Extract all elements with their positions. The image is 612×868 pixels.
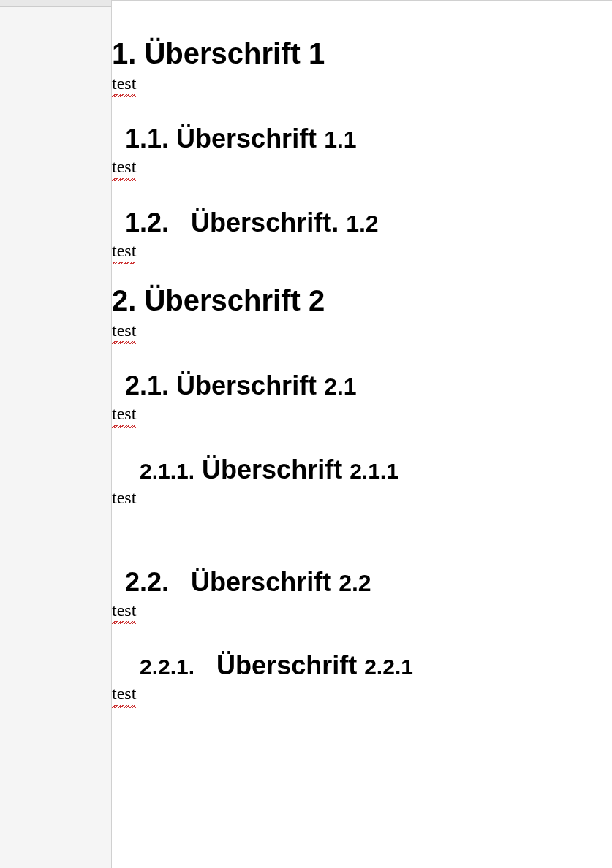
heading-title: Überschrift xyxy=(191,567,331,597)
heading-number: 1.2. xyxy=(125,208,169,237)
heading-2[interactable]: 2. Überschrift 2 xyxy=(112,270,612,318)
heading-number: 2. xyxy=(112,284,136,316)
spellcheck-word: test xyxy=(112,319,136,342)
paragraph[interactable]: test xyxy=(112,599,612,622)
paragraph[interactable]: test xyxy=(112,72,612,95)
document-content: 1. Überschrift 1 test 1.1. Überschrift 1… xyxy=(112,23,612,706)
heading-suffix: 2.1.1 xyxy=(350,459,398,483)
heading-2-2-1[interactable]: 2.2.1. Überschrift 2.2.1 xyxy=(112,629,612,681)
heading-suffix: 2.2 xyxy=(339,570,371,596)
body-word: test xyxy=(112,488,136,507)
spellcheck-word: test xyxy=(112,72,136,95)
paragraph[interactable]: test xyxy=(112,319,612,342)
paragraph[interactable]: test xyxy=(112,156,612,178)
heading-title: Überschrift xyxy=(216,650,357,680)
heading-suffix: 2.1 xyxy=(324,373,356,400)
heading-number: 2.1. xyxy=(125,370,169,400)
heading-1-1[interactable]: 1.1. Überschrift 1.1 xyxy=(112,102,612,154)
paragraph[interactable]: test xyxy=(112,403,612,425)
heading-suffix: 1.2 xyxy=(346,210,378,237)
heading-number: 2.2. xyxy=(125,567,169,597)
heading-2-1[interactable]: 2.1. Überschrift 2.1 xyxy=(112,349,612,401)
heading-suffix: 2.2.1 xyxy=(364,655,413,679)
heading-title: Überschrift xyxy=(202,454,342,484)
heading-2-2[interactable]: 2.2. Überschrift 2.2 xyxy=(112,546,612,598)
heading-title: Überschrift xyxy=(176,370,317,400)
heading-suffix: 2 xyxy=(309,284,325,316)
spellcheck-word: test xyxy=(112,682,136,705)
heading-title: Überschrift xyxy=(144,37,300,69)
heading-title: Überschrift xyxy=(176,123,317,153)
heading-number: 2.1.1. xyxy=(140,459,194,483)
heading-1[interactable]: 1. Überschrift 1 xyxy=(112,23,612,71)
spellcheck-word: test xyxy=(112,403,136,425)
heading-title: Überschrift. xyxy=(191,208,339,237)
heading-suffix: 1.1 xyxy=(324,126,356,153)
spellcheck-word: test xyxy=(112,599,136,622)
paragraph[interactable]: test xyxy=(112,487,612,509)
heading-number: 1. xyxy=(112,37,136,69)
heading-number: 1.1. xyxy=(125,123,169,153)
heading-number: 2.2.1. xyxy=(140,655,194,679)
heading-suffix: 1 xyxy=(309,37,325,69)
spellcheck-word: test xyxy=(112,240,136,262)
heading-title: Überschrift xyxy=(144,284,300,316)
spellcheck-word: test xyxy=(112,156,136,178)
blank-line xyxy=(112,517,612,546)
heading-1-2[interactable]: 1.2. Überschrift. 1.2 xyxy=(112,186,612,238)
paragraph[interactable]: test xyxy=(112,240,612,262)
document-page[interactable]: 1. Überschrift 1 test 1.1. Überschrift 1… xyxy=(111,0,612,868)
paragraph[interactable]: test xyxy=(112,682,612,705)
ruler-margin xyxy=(0,0,111,7)
heading-2-1-1[interactable]: 2.1.1. Überschrift 2.1.1 xyxy=(112,433,612,485)
